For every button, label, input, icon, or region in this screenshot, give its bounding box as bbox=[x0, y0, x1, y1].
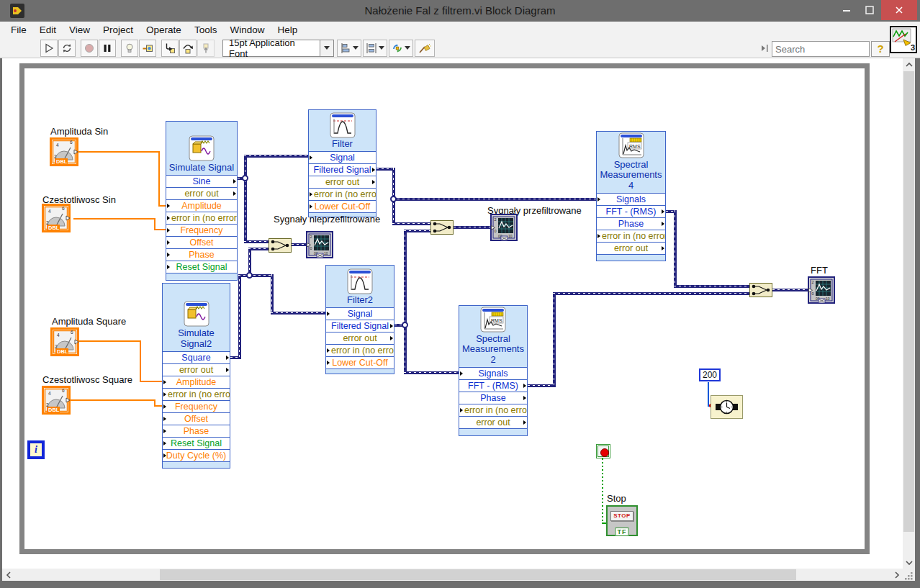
terminal-signals[interactable]: Signals bbox=[459, 367, 527, 379]
express-vi-filter2[interactable]: Filter2 Signal Filtered Signal error out… bbox=[325, 265, 394, 374]
terminal-error-in[interactable]: error in (no error) bbox=[309, 188, 376, 200]
step-into-button[interactable] bbox=[161, 40, 179, 57]
run-button[interactable] bbox=[40, 40, 58, 57]
fft-graph-terminal[interactable]: 2 0 00 10 bbox=[808, 276, 835, 304]
terminal-error-out[interactable]: error out bbox=[163, 363, 230, 376]
terminal-error-out[interactable]: error out bbox=[597, 242, 665, 254]
terminal-error-in[interactable]: error in (no error) bbox=[597, 230, 665, 242]
retain-wire-values-button[interactable] bbox=[139, 40, 156, 57]
wait-ms-function[interactable] bbox=[711, 395, 743, 419]
loop-iteration-terminal[interactable]: i bbox=[27, 440, 45, 459]
terminal-error-in[interactable]: error in (no error) bbox=[326, 344, 394, 356]
vertical-scroll-thumb[interactable] bbox=[903, 71, 914, 532]
close-button[interactable] bbox=[881, 0, 917, 20]
terminal-phase[interactable]: Phase bbox=[597, 217, 665, 230]
menu-project[interactable]: Project bbox=[96, 22, 140, 38]
terminal-error-out[interactable]: error out bbox=[166, 187, 237, 199]
terminal-lower-cutoff[interactable]: Lower Cut-Off bbox=[326, 356, 394, 368]
filtered-graph-terminal[interactable]: 2 0 00 10 bbox=[490, 214, 518, 241]
terminal-signal[interactable]: Signal bbox=[309, 151, 376, 163]
terminal-offset[interactable]: Offset bbox=[166, 236, 237, 248]
horizontal-scrollbar[interactable] bbox=[2, 569, 903, 581]
toolbar-collapse-icon[interactable] bbox=[760, 42, 769, 54]
search-box[interactable] bbox=[772, 41, 870, 57]
express-vi-spectral-measurements-4[interactable]: RMS Spectral Measurements 4 Signals FFT … bbox=[596, 131, 666, 261]
clean-up-diagram-button[interactable] bbox=[415, 40, 435, 57]
menu-window[interactable]: Window bbox=[223, 22, 271, 38]
menu-tools[interactable]: Tools bbox=[188, 22, 224, 38]
scroll-up-button[interactable] bbox=[903, 58, 915, 71]
czestotliwosc-sin-knob[interactable]: 2 4 6 DBL bbox=[42, 204, 71, 232]
terminal-fft-rms[interactable]: FFT - (RMS) bbox=[597, 205, 665, 217]
czestotliwosc-square-knob[interactable]: 2 4 6 DBL bbox=[42, 386, 71, 415]
merge-signals-filtered[interactable] bbox=[430, 220, 454, 235]
terminal-fft-rms[interactable]: FFT - (RMS) bbox=[459, 379, 527, 392]
menu-operate[interactable]: Operate bbox=[140, 22, 188, 38]
terminal-offset[interactable]: Offset bbox=[163, 412, 230, 425]
terminal-filtered-signal[interactable]: Filtered Signal bbox=[326, 320, 394, 332]
highlight-execution-button[interactable] bbox=[121, 40, 138, 57]
terminal-lower-cutoff[interactable]: Lower Cut-Off bbox=[309, 200, 376, 212]
menu-file[interactable]: File bbox=[4, 22, 33, 38]
distribute-objects-dropdown[interactable] bbox=[363, 40, 387, 57]
terminal-signal[interactable]: Signal bbox=[326, 307, 394, 320]
terminal-error-in[interactable]: error in (no error) bbox=[163, 388, 230, 400]
terminal-amplitude[interactable]: Amplitude bbox=[163, 376, 230, 388]
terminal-amplitude[interactable]: Amplitude bbox=[166, 199, 237, 212]
merge-signals-fft[interactable] bbox=[749, 283, 772, 297]
amplituda-square-knob[interactable]: 2 4 6 DBL bbox=[50, 327, 79, 356]
merge-signals-unfiltered[interactable] bbox=[269, 238, 292, 253]
horizontal-scroll-thumb[interactable] bbox=[160, 569, 796, 580]
pause-button[interactable] bbox=[99, 40, 116, 57]
terminal-error-out[interactable]: error out bbox=[459, 416, 527, 428]
terminal-filtered-signal[interactable]: Filtered Signal bbox=[309, 163, 376, 176]
step-over-button[interactable] bbox=[179, 40, 197, 57]
fft-graph-label[interactable]: FFT bbox=[811, 265, 828, 276]
terminal-phase[interactable]: Phase bbox=[163, 425, 230, 437]
terminal-square[interactable]: Square bbox=[163, 351, 230, 363]
czestotliwosc-square-label[interactable]: Czestotliwosc Square bbox=[42, 374, 132, 385]
vertical-scrollbar[interactable] bbox=[903, 58, 915, 569]
express-vi-simulate-signal[interactable]: Simulate Signal Sine error out Amplitude… bbox=[166, 121, 238, 281]
terminal-sine[interactable]: Sine bbox=[166, 175, 237, 187]
context-help-button[interactable]: ? bbox=[871, 41, 890, 57]
menu-help[interactable]: Help bbox=[271, 22, 304, 38]
run-continuously-button[interactable] bbox=[58, 40, 76, 57]
amplituda-square-label[interactable]: Amplituda Square bbox=[52, 316, 126, 327]
scroll-left-button[interactable] bbox=[2, 569, 14, 581]
scroll-right-button[interactable] bbox=[890, 569, 903, 581]
terminal-signals[interactable]: Signals bbox=[597, 193, 665, 205]
menu-view[interactable]: View bbox=[63, 22, 96, 38]
express-vi-spectral-measurements-2[interactable]: RMS Spectral Measurements 2 Signals FFT … bbox=[459, 305, 528, 436]
maximize-button[interactable] bbox=[858, 0, 881, 20]
minimize-button[interactable] bbox=[835, 0, 858, 20]
terminal-error-in[interactable]: error in (no error) bbox=[166, 212, 237, 224]
express-vi-simulate-signal2[interactable]: Simulate Signal2 Square error out Amplit… bbox=[162, 283, 230, 469]
loop-conditional-terminal[interactable] bbox=[596, 444, 610, 458]
terminal-error-out[interactable]: error out bbox=[309, 176, 376, 188]
scroll-down-button[interactable] bbox=[903, 556, 915, 569]
stop-button-terminal[interactable]: STOP TF bbox=[606, 505, 638, 536]
resize-grip[interactable] bbox=[903, 569, 915, 581]
amplituda-sin-label[interactable]: Amplituda Sin bbox=[50, 126, 108, 137]
text-settings-dropdown[interactable]: 15pt Application Font bbox=[222, 40, 334, 57]
terminal-phase[interactable]: Phase bbox=[166, 248, 237, 261]
terminal-phase[interactable]: Phase bbox=[459, 392, 527, 404]
vi-icon-thumbnail[interactable]: 3 bbox=[890, 26, 917, 53]
align-objects-dropdown[interactable] bbox=[337, 40, 361, 57]
terminal-reset-signal[interactable]: Reset Signal bbox=[166, 261, 237, 273]
terminal-frequency[interactable]: Frequency bbox=[163, 400, 230, 412]
terminal-duty-cycle[interactable]: Duty Cycle (%) bbox=[163, 449, 230, 461]
unfiltered-graph-terminal[interactable]: 2 0 00 10 bbox=[306, 231, 333, 258]
express-vi-filter[interactable]: Filter Signal Filtered Signal error out … bbox=[308, 109, 376, 217]
terminal-frequency[interactable]: Frequency bbox=[166, 224, 237, 236]
wait-ms-constant[interactable]: 200 bbox=[699, 368, 721, 381]
stop-button-label[interactable]: Stop bbox=[607, 493, 626, 504]
unfiltered-graph-label[interactable]: Sygnały nieprzefiltrowane bbox=[274, 214, 380, 225]
menu-edit[interactable]: Edit bbox=[33, 22, 63, 38]
terminal-error-out[interactable]: error out bbox=[326, 332, 394, 344]
reorder-objects-dropdown[interactable] bbox=[389, 40, 413, 57]
amplituda-sin-knob[interactable]: 2 4 6 DBL bbox=[50, 137, 78, 166]
while-loop-border[interactable] bbox=[19, 63, 870, 554]
titlebar[interactable]: Nałożenie Fal z filtrem.vi Block Diagram bbox=[0, 0, 920, 22]
